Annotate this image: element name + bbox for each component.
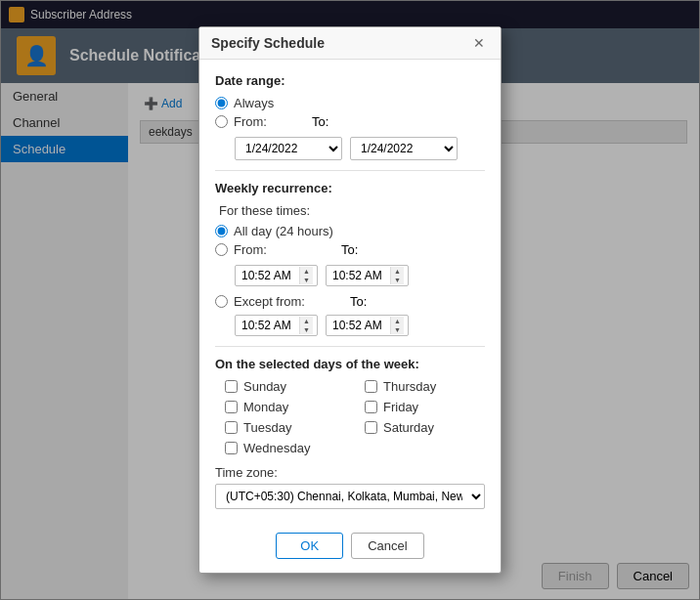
to-time-input[interactable] <box>327 266 390 285</box>
separator-2 <box>215 346 485 347</box>
date-to-label: To: <box>312 114 328 129</box>
except-row: Except from: To: <box>215 294 485 309</box>
dialog-title: Specify Schedule <box>211 35 325 51</box>
time-from-label: From: <box>234 242 267 257</box>
date-range-label: Date range: <box>215 73 485 88</box>
ok-button[interactable]: OK <box>276 533 343 559</box>
from-radio-row: From: To: <box>215 114 485 129</box>
always-label: Always <box>234 96 274 110</box>
except-from-down[interactable]: ▼ <box>300 325 313 334</box>
saturday-checkbox[interactable] <box>365 421 377 434</box>
friday-item: Friday <box>365 400 485 414</box>
saturday-label: Saturday <box>383 420 434 435</box>
dialog-close-button[interactable]: ✕ <box>469 36 489 50</box>
from-date-select[interactable]: 1/24/2022 <box>235 137 342 160</box>
thursday-item: Thursday <box>365 379 485 394</box>
days-of-week-label: On the selected days of the week: <box>215 357 485 371</box>
monday-item: Monday <box>225 400 345 414</box>
friday-checkbox[interactable] <box>365 401 377 413</box>
time-to-label: To: <box>341 242 358 257</box>
thursday-checkbox[interactable] <box>365 380 377 393</box>
cancel-button[interactable]: Cancel <box>351 533 423 559</box>
weekly-recurrence-label: Weekly recurrence: <box>215 181 485 195</box>
tuesday-item: Tuesday <box>225 420 345 435</box>
from-time-down[interactable]: ▼ <box>300 276 313 284</box>
except-from-time-input[interactable] <box>236 316 299 335</box>
tuesday-label: Tuesday <box>243 420 291 435</box>
saturday-item: Saturday <box>365 420 485 435</box>
wednesday-label: Wednesday <box>243 441 310 455</box>
from-time-up[interactable]: ▲ <box>300 267 313 276</box>
dialog-titlebar: Specify Schedule ✕ <box>199 27 501 60</box>
sunday-checkbox[interactable] <box>225 380 238 393</box>
to-date-select[interactable]: 1/24/2022 <box>350 137 458 160</box>
except-to-spinner: ▲ ▼ <box>390 317 404 334</box>
wednesday-item: Wednesday <box>225 441 345 455</box>
sunday-label: Sunday <box>243 379 286 394</box>
dialog-body: Date range: Always From: To: 1/24/2022 1… <box>199 60 501 523</box>
from-time-input[interactable] <box>236 266 299 285</box>
always-radio-row: Always <box>215 96 485 110</box>
except-to-down[interactable]: ▼ <box>391 325 404 334</box>
to-time-down[interactable]: ▼ <box>391 276 404 284</box>
to-time-spinner: ▲ ▼ <box>390 267 404 284</box>
time-radio-group: All day (24 hours) From: To: <box>215 224 485 257</box>
tuesday-checkbox[interactable] <box>225 421 238 434</box>
except-from-up[interactable]: ▲ <box>300 317 313 325</box>
time-from-to-row: ▲ ▼ ▲ ▼ <box>235 265 485 286</box>
specify-schedule-dialog: Specify Schedule ✕ Date range: Always Fr… <box>198 26 502 574</box>
allday-radio-row: All day (24 hours) <box>215 224 485 238</box>
days-grid: Sunday Thursday Monday Friday Tuesday <box>225 379 485 455</box>
monday-checkbox[interactable] <box>225 401 238 413</box>
modal-overlay: Specify Schedule ✕ Date range: Always Fr… <box>0 0 700 600</box>
except-to-time-wrap: ▲ ▼ <box>326 315 409 336</box>
except-from-time-wrap: ▲ ▼ <box>235 315 318 336</box>
timezone-select[interactable]: (UTC+05:30) Chennai, Kolkata, Mumbai, Ne… <box>215 484 485 509</box>
dialog-footer: OK Cancel <box>199 523 501 573</box>
except-to-up[interactable]: ▲ <box>391 317 404 325</box>
from-time-input-wrap: ▲ ▼ <box>235 265 318 286</box>
timezone-label: Time zone: <box>215 465 485 480</box>
wednesday-checkbox[interactable] <box>225 442 238 454</box>
time-from-radio[interactable] <box>215 243 228 256</box>
timezone-section: Time zone: (UTC+05:30) Chennai, Kolkata,… <box>215 465 485 509</box>
monday-label: Monday <box>243 400 288 414</box>
allday-radio[interactable] <box>215 225 228 237</box>
time-from-radio-row: From: To: <box>215 242 485 257</box>
from-radio-label: From: <box>234 114 267 129</box>
from-time-spinner: ▲ ▼ <box>299 267 313 284</box>
sunday-item: Sunday <box>225 379 345 394</box>
except-to-time-input[interactable] <box>327 316 390 335</box>
date-range-radio-group: Always From: To: <box>215 96 485 129</box>
thursday-label: Thursday <box>383 379 436 394</box>
except-radio[interactable] <box>215 295 228 308</box>
allday-label: All day (24 hours) <box>234 224 333 238</box>
except-to-label: To: <box>350 294 367 309</box>
separator-1 <box>215 170 485 171</box>
except-from-spinner: ▲ ▼ <box>299 317 313 334</box>
to-time-input-wrap: ▲ ▼ <box>326 265 409 286</box>
from-radio[interactable] <box>215 115 228 128</box>
to-time-up[interactable]: ▲ <box>391 267 404 276</box>
friday-label: Friday <box>383 400 418 414</box>
except-label: Except from: <box>234 294 305 309</box>
always-radio[interactable] <box>215 97 228 109</box>
for-times-label: For these times: <box>219 203 485 218</box>
except-time-row: ▲ ▼ ▲ ▼ <box>235 315 485 336</box>
date-range-inputs: 1/24/2022 1/24/2022 <box>235 137 485 160</box>
